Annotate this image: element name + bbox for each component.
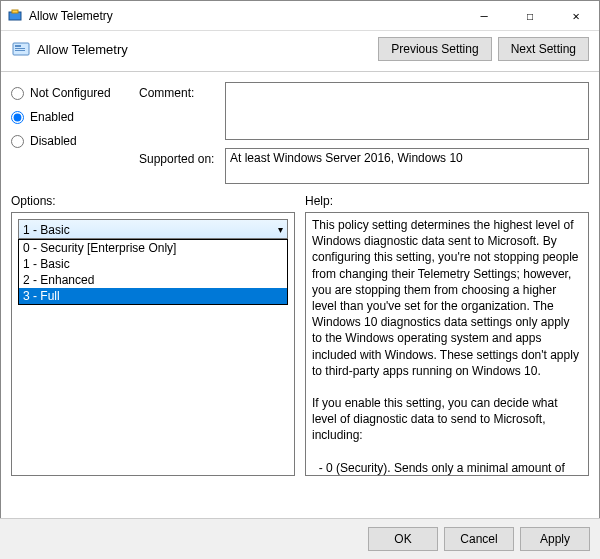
dropdown-item[interactable]: 0 - Security [Enterprise Only] — [19, 240, 287, 256]
apply-button[interactable]: Apply — [520, 527, 590, 551]
help-label: Help: — [305, 194, 589, 208]
close-button[interactable]: ✕ — [553, 1, 599, 31]
window-controls: — ☐ ✕ — [461, 1, 599, 30]
state-radio-group: Not Configured Enabled Disabled — [11, 82, 131, 184]
next-setting-button[interactable]: Next Setting — [498, 37, 589, 61]
titlebar: Allow Telemetry — ☐ ✕ — [1, 1, 599, 31]
supported-on-value: At least Windows Server 2016, Windows 10 — [225, 148, 589, 184]
previous-setting-button[interactable]: Previous Setting — [378, 37, 491, 61]
supported-on-label: Supported on: — [139, 148, 219, 184]
svg-rect-3 — [15, 45, 21, 47]
radio-disabled[interactable]: Disabled — [11, 134, 131, 148]
maximize-button[interactable]: ☐ — [507, 1, 553, 31]
radio-not-configured[interactable]: Not Configured — [11, 86, 131, 100]
options-panel: 1 - Basic 0 - Security [Enterprise Only]… — [11, 212, 295, 476]
radio-not-configured-label: Not Configured — [30, 86, 111, 100]
telemetry-level-dropdown[interactable]: 0 - Security [Enterprise Only]1 - Basic2… — [18, 239, 288, 305]
radio-enabled[interactable]: Enabled — [11, 110, 131, 124]
svg-rect-5 — [15, 50, 25, 51]
radio-enabled-label: Enabled — [30, 110, 74, 124]
telemetry-level-combo[interactable]: 1 - Basic — [18, 219, 288, 239]
dialog-button-bar: OK Cancel Apply — [0, 518, 600, 559]
dropdown-item[interactable]: 2 - Enhanced — [19, 272, 287, 288]
policy-title: Allow Telemetry — [37, 42, 378, 57]
comment-label: Comment: — [139, 82, 219, 140]
radio-disabled-label: Disabled — [30, 134, 77, 148]
policy-header: Allow Telemetry Previous Setting Next Se… — [1, 31, 599, 72]
config-area: Not Configured Enabled Disabled Comment:… — [1, 72, 599, 188]
radio-not-configured-input[interactable] — [11, 87, 24, 100]
comment-input[interactable] — [225, 82, 589, 140]
dropdown-item[interactable]: 3 - Full — [19, 288, 287, 304]
window-title: Allow Telemetry — [29, 9, 461, 23]
dropdown-item[interactable]: 1 - Basic — [19, 256, 287, 272]
svg-rect-1 — [12, 10, 18, 13]
radio-enabled-input[interactable] — [11, 111, 24, 124]
options-label: Options: — [11, 194, 295, 208]
app-icon — [7, 8, 23, 24]
cancel-button[interactable]: Cancel — [444, 527, 514, 551]
radio-disabled-input[interactable] — [11, 135, 24, 148]
svg-rect-4 — [15, 48, 25, 49]
policy-icon — [11, 39, 31, 59]
details-columns: Options: 1 - Basic 0 - Security [Enterpr… — [1, 188, 599, 476]
options-column: Options: 1 - Basic 0 - Security [Enterpr… — [11, 194, 295, 476]
minimize-button[interactable]: — — [461, 1, 507, 31]
help-column: Help: This policy setting determines the… — [305, 194, 589, 476]
ok-button[interactable]: OK — [368, 527, 438, 551]
help-text[interactable]: This policy setting determines the highe… — [305, 212, 589, 476]
